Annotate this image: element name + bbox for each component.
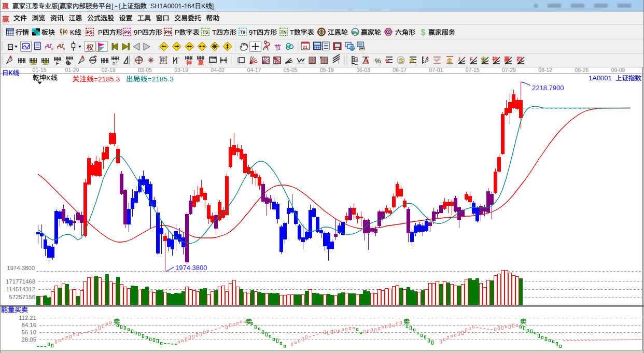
- svg-text:PS: PS: [87, 30, 93, 35]
- svg-text:04-02: 04-02: [211, 67, 225, 73]
- svg-text:09-09: 09-09: [611, 67, 625, 73]
- svg-text:56.10: 56.10: [21, 329, 36, 335]
- svg-text:%: %: [365, 59, 369, 64]
- svg-text:03-19: 03-19: [174, 67, 188, 73]
- svg-text:84.16: 84.16: [21, 322, 36, 328]
- svg-text:]: ]: [111, 3, 113, 10]
- svg-text:114514312: 114514312: [6, 286, 35, 292]
- svg-text:07-29: 07-29: [502, 67, 516, 73]
- svg-text:123: 123: [210, 60, 215, 63]
- svg-text:1974.3800: 1974.3800: [7, 265, 35, 271]
- svg-text:TS: TS: [203, 30, 208, 35]
- svg-text:SH1A0001-164: SH1A0001-164: [150, 3, 195, 10]
- svg-text:": ": [178, 57, 179, 61]
- svg-text:-: -: [115, 3, 117, 10]
- svg-text:P9: P9: [124, 30, 130, 35]
- svg-text:1A0001: 1A0001: [589, 74, 612, 82]
- svg-text:07-15: 07-15: [466, 67, 480, 73]
- svg-text:21: 21: [303, 45, 308, 50]
- svg-text:PN: PN: [165, 30, 171, 35]
- svg-text:9P: 9P: [134, 29, 142, 36]
- svg-text:TN: TN: [281, 30, 286, 35]
- svg-text:3: 3: [51, 47, 53, 51]
- svg-text:02-19: 02-19: [102, 67, 116, 73]
- svg-text:=2185.3: =2185.3: [94, 75, 120, 83]
- svg-text:T9: T9: [240, 30, 245, 35]
- svg-text:01-29: 01-29: [65, 67, 79, 73]
- svg-text:08-26: 08-26: [575, 67, 589, 73]
- svg-text:=2185.3: =2185.3: [148, 75, 174, 83]
- svg-text:P: P: [98, 29, 103, 36]
- svg-text:[: [: [119, 3, 121, 10]
- svg-text:Big: Big: [352, 30, 359, 35]
- svg-text:K: K: [70, 29, 75, 36]
- svg-text:2218.7900: 2218.7900: [532, 84, 564, 92]
- svg-text:T: T: [290, 29, 294, 36]
- svg-text:171771468: 171771468: [6, 278, 35, 285]
- svg-text:04-17: 04-17: [247, 67, 261, 73]
- svg-text:9: 9: [63, 47, 65, 51]
- svg-text:%: %: [385, 58, 389, 63]
- svg-text:]: ]: [212, 3, 214, 10]
- svg-text:05-05: 05-05: [284, 67, 298, 73]
- svg-text:n: n: [113, 61, 115, 66]
- svg-text:K: K: [201, 3, 206, 10]
- svg-text:28.05: 28.05: [21, 336, 36, 343]
- svg-text:1974.3800: 1974.3800: [175, 264, 207, 272]
- svg-text:[: [: [58, 3, 60, 10]
- svg-text:57257156: 57257156: [9, 294, 35, 300]
- svg-text:%: %: [375, 57, 381, 65]
- svg-text:08-12: 08-12: [538, 67, 552, 73]
- svg-text:$: $: [421, 28, 426, 37]
- svg-text:01-15: 01-15: [33, 67, 47, 73]
- svg-text:J: J: [458, 57, 460, 62]
- svg-text:06-17: 06-17: [393, 67, 407, 73]
- svg-text:07-01: 07-01: [429, 67, 443, 73]
- svg-text:03-05: 03-05: [138, 67, 152, 73]
- svg-text:T: T: [212, 29, 216, 36]
- svg-text:112.21: 112.21: [19, 315, 36, 321]
- svg-text:K: K: [9, 69, 13, 77]
- svg-text:P: P: [175, 29, 179, 36]
- svg-text:F: F: [470, 57, 473, 62]
- svg-text:2: 2: [116, 60, 118, 64]
- svg-text:K: K: [46, 74, 51, 82]
- svg-text:F: F: [56, 61, 59, 66]
- svg-text:05-19: 05-19: [320, 67, 334, 73]
- svg-text:06-03: 06-03: [356, 67, 370, 73]
- svg-text:9T: 9T: [249, 29, 257, 36]
